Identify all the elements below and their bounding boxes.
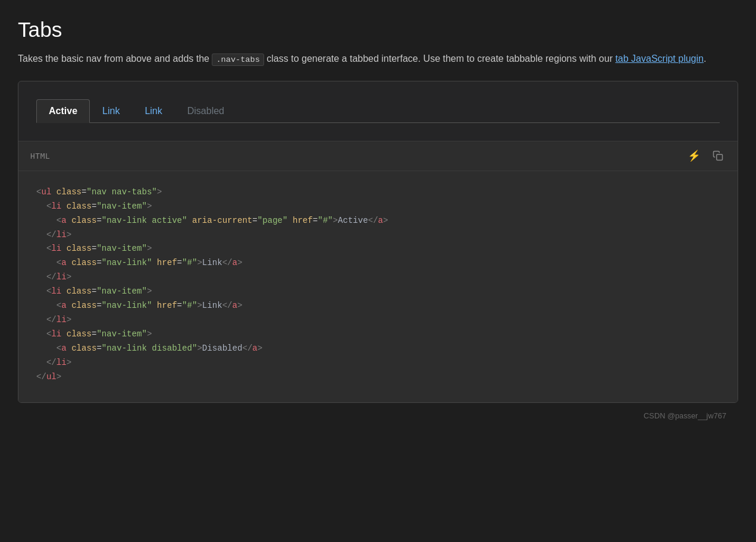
code-language-label: HTML [30,152,50,160]
demo-container: Active Link Link Disabled HTML ⚡ [18,81,738,403]
lightning-icon: ⚡ [688,150,701,162]
nav-tabs: Active Link Link Disabled [36,99,720,123]
description-text-start: Takes the basic nav from above and adds … [18,53,212,64]
svg-rect-0 [717,155,723,160]
clipboard-button[interactable] [710,148,726,163]
nav-item-disabled: Disabled [175,99,237,123]
description-text-end: . [704,53,706,64]
inline-code: .nav-tabs [212,53,263,66]
nav-item-link2: Link [132,99,174,123]
code-header: HTML ⚡ [18,141,738,171]
clipboard-icon [713,150,723,161]
nav-item-link1: Link [90,99,132,123]
lightning-button[interactable]: ⚡ [685,147,703,165]
tab-link-1[interactable]: Link [90,99,132,123]
page-description: Takes the basic nav from above and adds … [18,51,732,67]
tabs-preview: Active Link Link Disabled [18,81,738,141]
description-text-middle: class to generate a tabbed interface. Us… [264,53,616,64]
code-section: HTML ⚡ <ul class="nav nav-tabs"> <li cla… [18,141,738,402]
tab-active[interactable]: Active [36,99,90,123]
page-title: Tabs [18,18,738,42]
tab-plugin-link[interactable]: tab JavaScript plugin [615,53,704,64]
tab-disabled: Disabled [175,99,237,123]
code-block: <ul class="nav nav-tabs"> <li class="nav… [18,171,738,402]
footer-credit: CSDN @passer__jw767 [18,405,738,426]
nav-item-active: Active [36,99,90,123]
tab-link-2[interactable]: Link [132,99,174,123]
code-actions: ⚡ [685,147,726,165]
